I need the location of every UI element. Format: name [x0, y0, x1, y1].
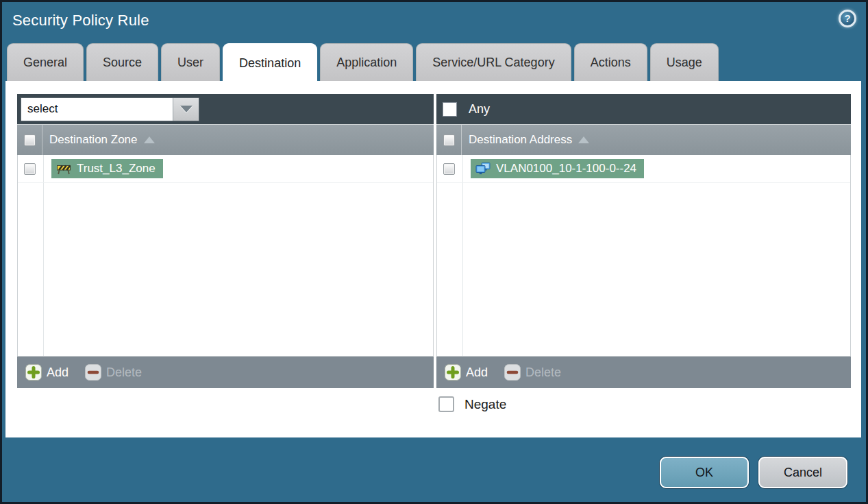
tab-actions[interactable]: Actions — [574, 43, 647, 81]
sort-ascending-icon — [578, 136, 589, 143]
address-item-vlan0100[interactable]: VLAN0100_10-1-100-0--24 — [471, 159, 644, 178]
negate-row: Negate — [438, 396, 506, 412]
address-column-header: Destination Address — [436, 124, 851, 155]
ok-button[interactable]: OK — [660, 457, 749, 488]
help-icon[interactable]: ? — [839, 10, 856, 27]
tab-service-url-category[interactable]: Service/URL Category — [416, 43, 571, 81]
address-row-checkbox[interactable] — [443, 163, 455, 175]
network-icon — [475, 163, 491, 175]
address-item-label: VLAN0100_10-1-100-0--24 — [496, 162, 636, 176]
address-rows-area: VLAN0100_10-1-100-0--24 — [436, 155, 851, 357]
tab-destination[interactable]: Destination — [223, 43, 317, 83]
address-column-title[interactable]: Destination Address — [469, 133, 589, 147]
any-label: Any — [469, 102, 490, 117]
zone-panel-toolbar: Add Delete — [17, 357, 434, 388]
zone-select-control[interactable]: select — [21, 97, 199, 121]
zone-select-all-checkbox[interactable] — [24, 134, 36, 146]
chevron-down-icon — [180, 106, 193, 112]
cancel-button[interactable]: Cancel — [758, 457, 847, 488]
security-policy-rule-dialog: Security Policy Rule ? General Source Us… — [0, 0, 868, 504]
zone-filter-bar: select — [17, 94, 434, 124]
zone-select-dropdown-button[interactable] — [173, 98, 199, 121]
tab-application[interactable]: Application — [320, 43, 413, 81]
zone-delete-button[interactable]: Delete — [85, 364, 142, 381]
zone-select-value[interactable]: select — [21, 98, 173, 121]
minus-icon — [85, 364, 101, 381]
dialog-title: Security Policy Rule — [12, 12, 149, 29]
address-select-all-checkbox[interactable] — [443, 134, 455, 146]
zone-rows-area: Trust_L3_Zone — [17, 155, 434, 357]
address-add-button[interactable]: Add — [445, 364, 488, 381]
tab-usage[interactable]: Usage — [650, 43, 719, 81]
minus-icon — [504, 364, 521, 381]
table-row[interactable]: VLAN0100_10-1-100-0--24 — [437, 155, 850, 183]
zone-icon — [56, 163, 71, 175]
tab-general[interactable]: General — [7, 43, 84, 81]
destination-address-panel: Any Destination Address — [436, 94, 851, 388]
zone-row-checkbox[interactable] — [24, 163, 36, 175]
address-any-bar: Any — [436, 94, 851, 124]
zone-column-title[interactable]: Destination Zone — [49, 133, 155, 147]
tab-user[interactable]: User — [161, 43, 220, 81]
address-delete-button[interactable]: Delete — [504, 364, 561, 381]
sort-ascending-icon — [144, 136, 155, 143]
zone-item-trust-l3-zone[interactable]: Trust_L3_Zone — [51, 159, 163, 178]
any-checkbox[interactable] — [443, 102, 457, 117]
address-panel-toolbar: Add Delete — [436, 357, 851, 388]
negate-checkbox[interactable] — [438, 396, 454, 412]
table-row[interactable]: Trust_L3_Zone — [18, 155, 433, 183]
destination-tab-content: select Destination Zone — [5, 81, 861, 437]
plus-icon — [445, 364, 461, 381]
tab-source[interactable]: Source — [86, 43, 158, 81]
zone-column-header: Destination Zone — [17, 124, 434, 155]
negate-label: Negate — [464, 397, 506, 412]
tab-bar: General Source User Destination Applicat… — [7, 43, 721, 83]
zone-item-label: Trust_L3_Zone — [77, 162, 156, 176]
plus-icon — [25, 364, 42, 381]
destination-zone-panel: select Destination Zone — [17, 94, 434, 388]
zone-add-button[interactable]: Add — [25, 364, 69, 381]
